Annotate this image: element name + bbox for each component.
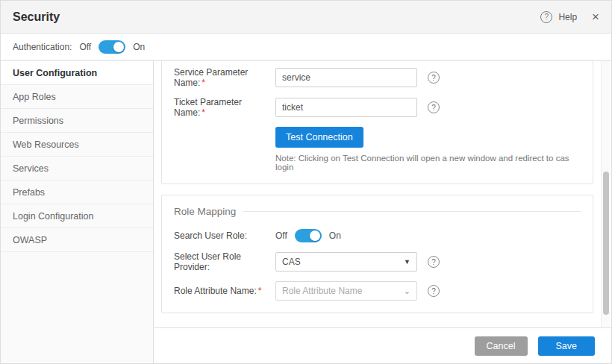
help-icon[interactable]: ?: [540, 11, 552, 23]
ticket-parameter-row: Ticket Parameter Name:* ?: [174, 97, 581, 118]
chevron-down-icon: ⌄: [404, 286, 410, 296]
security-dialog: Security ? Help × Authentication: Off On…: [0, 0, 612, 364]
authentication-on-label: On: [133, 42, 145, 52]
test-connection-row: Test Connection: [275, 127, 581, 148]
authentication-toggle[interactable]: [99, 40, 125, 54]
service-parameter-input[interactable]: [275, 68, 417, 87]
user-role-provider-value: CAS: [282, 257, 301, 267]
role-mapping-title: Role Mapping: [174, 206, 236, 217]
main-area: User Configuration App Roles Permissions…: [1, 60, 611, 363]
role-attribute-help-icon[interactable]: ?: [428, 285, 440, 297]
sidebar-item-login-configuration[interactable]: Login Configuration: [1, 204, 153, 228]
authentication-label: Authentication:: [13, 42, 72, 52]
role-attribute-row: Role Attribute Name:* Role Attribute Nam…: [174, 281, 581, 301]
user-role-provider-label: Select User Role Provider:: [174, 251, 275, 272]
required-mark: *: [258, 286, 262, 296]
save-button[interactable]: Save: [538, 336, 596, 356]
sidebar-item-user-configuration[interactable]: User Configuration: [1, 61, 153, 85]
service-parameter-row: Service Parameter Name:* ?: [174, 67, 581, 88]
connection-settings-panel: Service Parameter Name:* ? Ticket Parame…: [161, 61, 593, 184]
vertical-scrollbar[interactable]: [601, 61, 610, 327]
sidebar-item-permissions[interactable]: Permissions: [1, 109, 153, 133]
cancel-button[interactable]: Cancel: [475, 336, 528, 356]
role-attribute-label: Role Attribute Name:*: [174, 286, 275, 296]
toggle-knob: [310, 230, 320, 241]
service-parameter-help-icon[interactable]: ?: [428, 72, 440, 84]
role-attribute-combobox[interactable]: Role Attribute Name ⌄: [275, 281, 417, 301]
role-mapping-header: Role Mapping: [174, 206, 581, 217]
close-icon[interactable]: ×: [592, 10, 599, 23]
user-role-provider-select[interactable]: CAS ▼: [275, 252, 417, 272]
search-user-role-on-label: On: [329, 230, 341, 241]
search-user-role-off-label: Off: [275, 230, 287, 241]
sidebar-item-services[interactable]: Services: [1, 157, 153, 181]
dropdown-caret-icon: ▼: [404, 258, 410, 266]
sidebar-item-owasp[interactable]: OWASP: [1, 228, 153, 252]
required-mark: *: [202, 78, 205, 88]
page-title: Security: [13, 10, 60, 24]
toggle-knob: [113, 42, 124, 52]
role-attribute-placeholder: Role Attribute Name: [282, 286, 362, 296]
ticket-parameter-input[interactable]: [275, 98, 417, 117]
service-parameter-label: Service Parameter Name:*: [174, 67, 275, 88]
dialog-header: Security ? Help ×: [1, 1, 611, 34]
search-user-role-row: Search User Role: Off On: [174, 229, 581, 242]
header-actions: ? Help ×: [540, 10, 599, 23]
divider: [243, 211, 581, 212]
authentication-off-label: Off: [79, 42, 91, 52]
sidebar-item-app-roles[interactable]: App Roles: [1, 85, 153, 109]
search-user-role-label: Search User Role:: [174, 230, 275, 241]
role-mapping-panel: Role Mapping Search User Role: Off On Se…: [161, 195, 593, 313]
test-connection-button[interactable]: Test Connection: [275, 127, 363, 148]
content-scroll-region: Service Parameter Name:* ? Ticket Parame…: [154, 61, 611, 327]
scrollbar-thumb[interactable]: [603, 172, 609, 315]
sidebar: User Configuration App Roles Permissions…: [1, 60, 154, 363]
test-connection-note: Note: Clicking on Test Connection will o…: [275, 154, 581, 172]
content-area: Service Parameter Name:* ? Ticket Parame…: [154, 60, 611, 363]
dialog-footer: Cancel Save: [154, 327, 611, 363]
user-role-provider-row: Select User Role Provider: CAS ▼ ?: [174, 251, 581, 272]
ticket-parameter-help-icon[interactable]: ?: [428, 101, 440, 113]
help-link[interactable]: Help: [558, 12, 577, 22]
required-mark: *: [202, 107, 205, 118]
authentication-row: Authentication: Off On: [1, 34, 611, 60]
ticket-parameter-label: Ticket Parameter Name:*: [174, 97, 275, 118]
search-user-role-toggle[interactable]: [295, 229, 322, 242]
sidebar-item-web-resources[interactable]: Web Resources: [1, 133, 153, 157]
user-role-provider-help-icon[interactable]: ?: [428, 256, 440, 268]
sidebar-item-prefabs[interactable]: Prefabs: [1, 181, 153, 204]
